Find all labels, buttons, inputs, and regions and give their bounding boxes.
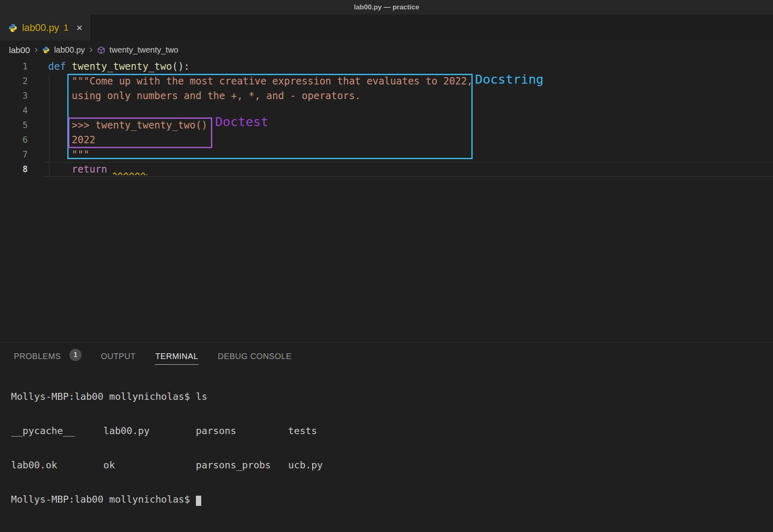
docstring-text: """Come up with the most creative expres…	[48, 75, 473, 87]
line-number: 8	[0, 162, 28, 177]
line-number: 5	[0, 118, 28, 133]
problems-label: PROBLEMS	[13, 345, 61, 365]
terminal-prompt: Mollys-MBP:lab00 mollynicholas$	[11, 494, 196, 505]
code-line[interactable]: 7 """	[0, 147, 773, 162]
breadcrumb-symbol[interactable]: twenty_twenty_two	[109, 45, 178, 55]
docstring-text: """	[48, 149, 89, 160]
line-number: 1	[0, 59, 28, 74]
code-editor[interactable]: 1 def twenty_twenty_two(): 2 """Come up …	[0, 59, 773, 342]
chevron-right-icon: ›	[89, 44, 93, 56]
tab-bar: lab00.py 1 ×	[0, 15, 773, 41]
code-line[interactable]: 1 def twenty_twenty_two():	[0, 59, 773, 74]
keyword-return: return	[72, 164, 107, 175]
code-line[interactable]: 3 using only numbers and the +, *, and -…	[0, 89, 773, 103]
line-number: 7	[0, 147, 28, 162]
terminal-line: lab00.ok ok parsons_probs ucb.py	[11, 459, 773, 471]
terminal-line: Mollys-MBP:lab00 mollynicholas$ ls	[11, 391, 773, 402]
terminal-cursor	[196, 496, 201, 506]
symbol-namespace-icon	[97, 46, 105, 54]
terminal-output[interactable]: Mollys-MBP:lab00 mollynicholas$ ls __pyc…	[0, 368, 773, 528]
doctest-text: 2022	[48, 134, 96, 146]
code-text	[107, 164, 113, 175]
line-number: 2	[0, 74, 28, 89]
tab-output[interactable]: OUTPUT	[100, 345, 136, 365]
line-number: 3	[0, 89, 28, 103]
warning-squiggle-icon	[113, 171, 147, 175]
code-line-active[interactable]: 8 return	[0, 162, 773, 177]
keyword-def: def	[48, 61, 66, 72]
tab-terminal[interactable]: TERMINAL	[155, 345, 198, 365]
tab-problem-count: 1	[64, 22, 69, 33]
breadcrumb-file[interactable]: lab00.py	[54, 45, 85, 55]
breadcrumb-folder[interactable]: lab00	[9, 45, 30, 55]
chevron-right-icon: ›	[34, 44, 38, 56]
terminal-line: __pycache__ lab00.py parsons tests	[11, 425, 773, 437]
breadcrumb: lab00 › lab00.py › twenty_twenty_two	[0, 41, 773, 59]
line-number: 4	[0, 103, 28, 118]
code-text	[66, 61, 71, 72]
docstring-text: using only numbers and the +, *, and - o…	[48, 90, 361, 102]
function-name: twenty_twenty_two	[72, 61, 172, 72]
tab-debug-console[interactable]: DEBUG CONSOLE	[218, 345, 292, 365]
close-icon[interactable]: ×	[76, 22, 82, 33]
code-line[interactable]: 4	[0, 103, 773, 118]
tab-problems[interactable]: PROBLEMS 1	[13, 345, 82, 365]
window-title: lab00.py — practice	[354, 3, 419, 11]
tab-lab00py[interactable]: lab00.py 1 ×	[0, 15, 91, 41]
terminal-prompt-line: Mollys-MBP:lab00 mollynicholas$	[11, 494, 773, 505]
python-icon	[42, 46, 50, 54]
line-number: 6	[0, 133, 28, 147]
code-line[interactable]: 6 2022	[0, 133, 773, 147]
bottom-panel: PROBLEMS 1 OUTPUT TERMINAL DEBUG CONSOLE…	[0, 342, 773, 532]
tab-label: lab00.py	[22, 22, 59, 33]
code-line[interactable]: 2 """Come up with the most creative expr…	[0, 74, 773, 89]
title-bar: lab00.py — practice	[0, 0, 773, 15]
code-text: ():	[172, 61, 189, 72]
code-text	[48, 164, 72, 175]
problems-count-badge: 1	[69, 349, 82, 361]
panel-tab-bar: PROBLEMS 1 OUTPUT TERMINAL DEBUG CONSOLE	[0, 343, 773, 367]
doctest-text: >>> twenty_twenty_two()	[48, 120, 207, 131]
vscode-window: lab00.py — practice lab00.py 1 × lab00 ›…	[0, 0, 773, 532]
python-icon	[8, 23, 18, 33]
code-line[interactable]: 5 >>> twenty_twenty_two()	[0, 118, 773, 133]
